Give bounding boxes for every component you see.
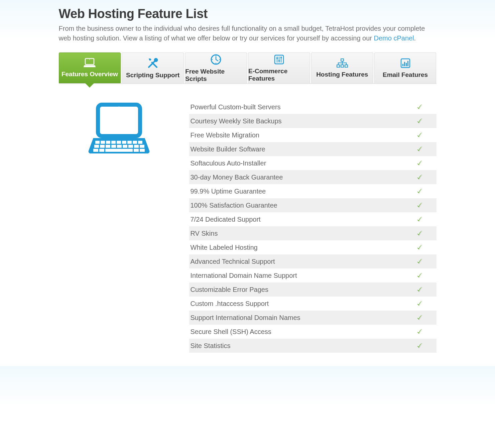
svg-rect-46: [134, 149, 139, 152]
tabs-bar: Features Overview Scripting Support: [59, 52, 437, 84]
feature-row: Support International Domain Names: [189, 311, 437, 325]
svg-point-5: [212, 59, 213, 60]
svg-rect-43: [93, 149, 98, 152]
demo-cpanel-link[interactable]: Demo cPanel: [374, 34, 414, 42]
check-icon: [402, 300, 437, 307]
feature-name: 30-day Money Back Guarantee: [189, 174, 401, 181]
check-icon: [402, 104, 437, 110]
laptop-icon: [83, 58, 96, 68]
sliders-icon: [274, 54, 284, 65]
feature-name: RV Skins: [189, 230, 401, 237]
svg-rect-19: [402, 64, 403, 66]
feature-row: 100% Satisfaction Guarantee: [189, 198, 437, 212]
svg-rect-11: [276, 58, 278, 59]
svg-rect-23: [98, 105, 140, 136]
svg-rect-44: [99, 149, 104, 152]
svg-point-6: [219, 59, 220, 60]
svg-rect-26: [101, 141, 105, 144]
feature-row: Custom .htaccess Support: [189, 297, 437, 311]
tab-label: Features Overview: [61, 71, 118, 78]
feature-row: Site Statistics: [189, 339, 437, 353]
svg-point-3: [216, 55, 217, 56]
tab-label: Email Features: [383, 71, 428, 79]
svg-rect-33: [138, 141, 142, 144]
tab-email-features[interactable]: Email Features: [374, 52, 437, 83]
feature-name: Support International Domain Names: [189, 314, 401, 322]
check-icon: [402, 160, 437, 166]
check-icon: [402, 342, 437, 349]
svg-rect-28: [111, 141, 116, 144]
check-icon: [402, 314, 437, 321]
check-icon: [402, 258, 437, 265]
feature-name: Free Website Migration: [189, 131, 401, 139]
intro-text: From the business owner to the individua…: [59, 24, 437, 43]
feature-name: Site Statistics: [189, 342, 401, 350]
svg-rect-20: [404, 62, 405, 66]
svg-rect-32: [133, 141, 137, 144]
svg-point-1: [89, 59, 90, 60]
feature-table: Powerful Custom-built ServersCourtesy We…: [189, 100, 437, 353]
svg-rect-42: [140, 145, 144, 148]
svg-rect-17: [345, 65, 348, 67]
bar-chart-icon: [400, 58, 411, 69]
feature-row: 99.9% Uptime Guarantee: [189, 184, 437, 198]
tools-icon: [147, 58, 158, 69]
svg-rect-13: [280, 57, 282, 58]
tab-label: Scripting Support: [126, 72, 179, 79]
sitemap-icon: [336, 58, 348, 68]
feature-name: Courtesy Weekly Site Backups: [189, 117, 401, 125]
feature-illustration: [59, 100, 179, 353]
feature-row: 7/24 Dedicated Support: [189, 212, 437, 226]
check-icon: [402, 216, 437, 223]
svg-rect-29: [117, 141, 121, 144]
feature-row: RV Skins: [189, 226, 437, 240]
tab-free-website-scripts[interactable]: Free Website Scripts: [185, 52, 247, 83]
feature-row: Powerful Custom-built Servers: [189, 100, 437, 114]
svg-rect-21: [406, 63, 407, 66]
svg-rect-35: [100, 145, 105, 148]
feature-name: 7/24 Dedicated Support: [189, 216, 401, 223]
feature-name: 100% Satisfaction Guarantee: [189, 202, 401, 209]
svg-rect-18: [401, 59, 410, 68]
svg-rect-25: [95, 141, 100, 144]
laptop-large-icon: [87, 102, 151, 157]
svg-rect-38: [117, 145, 122, 148]
feature-row: White Labeled Hosting: [189, 240, 437, 254]
tab-label: Free Website Scripts: [185, 68, 247, 83]
svg-rect-22: [407, 61, 408, 66]
check-icon: [402, 286, 437, 293]
feature-row: International Domain Name Support: [189, 268, 437, 283]
tab-features-overview[interactable]: Features Overview: [59, 52, 121, 83]
feature-row: Advanced Technical Support: [189, 254, 437, 268]
feature-row: Free Website Migration: [189, 128, 437, 142]
svg-rect-39: [123, 145, 127, 148]
feature-name: Softaculous Auto-Installer: [189, 159, 401, 167]
feature-row: Customizable Error Pages: [189, 283, 437, 297]
svg-rect-40: [128, 145, 133, 148]
svg-rect-14: [341, 59, 344, 61]
intro-after: .: [414, 34, 416, 42]
tab-ecommerce-features[interactable]: E-Commerce Features: [248, 52, 310, 83]
svg-rect-34: [94, 145, 99, 148]
check-icon: [402, 244, 437, 251]
check-icon: [402, 188, 437, 195]
tab-scripting-support[interactable]: Scripting Support: [122, 52, 184, 83]
feature-row: Softaculous Auto-Installer: [189, 156, 437, 170]
feature-name: Powerful Custom-built Servers: [189, 103, 401, 111]
intro-before: From the business owner to the individua…: [59, 25, 425, 42]
check-icon: [402, 202, 437, 209]
page-title: Web Hosting Feature List: [59, 0, 437, 24]
feature-row: Courtesy Weekly Site Backups: [189, 114, 437, 128]
feature-name: Custom .htaccess Support: [189, 300, 401, 308]
svg-rect-45: [105, 149, 133, 152]
svg-rect-16: [341, 65, 344, 67]
svg-rect-47: [140, 149, 145, 152]
feature-name: International Domain Name Support: [189, 272, 401, 279]
check-icon: [402, 328, 437, 335]
feature-name: White Labeled Hosting: [189, 244, 401, 251]
svg-rect-15: [337, 65, 340, 67]
check-icon: [402, 132, 437, 138]
tab-hosting-features[interactable]: Hosting Features: [311, 52, 373, 83]
clock-icon: [210, 54, 222, 65]
feature-row: 30-day Money Back Guarantee: [189, 170, 437, 184]
